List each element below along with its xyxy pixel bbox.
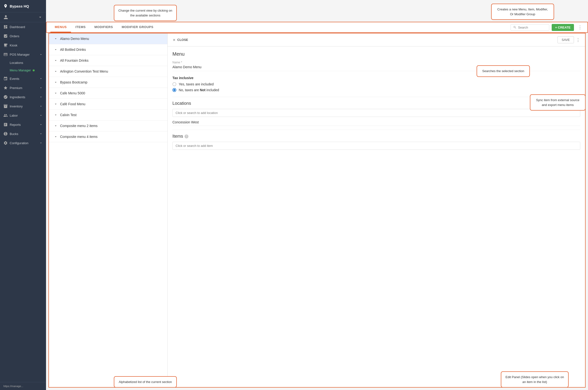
menu-item-6-label: Cafe Menu 5000 [60,91,85,95]
chevron-down-10-icon [54,135,58,139]
tab-modifier-groups[interactable]: MODIFIER GROUPS [117,22,158,32]
menu-item-3[interactable]: All Fountain Drinks [49,55,167,66]
premium-label: Premium [10,86,37,90]
menu-item-6[interactable]: Cafe Menu 5000 [49,88,167,99]
menu-item-2[interactable]: All Bottled Drinks [49,44,167,55]
inventory-icon [3,104,8,108]
premium-icon [3,86,8,90]
tab-menus-label: MENUS [55,25,67,29]
tab-modifier-groups-label: MODIFIER GROUPS [121,25,153,29]
toolbar-more-button[interactable]: ⋮ [576,24,584,31]
radio-no[interactable]: No, taxes are Not included [173,88,580,92]
sidebar-item-labor[interactable]: Labor [0,111,46,120]
tab-modifiers[interactable]: MODIFIERS [90,22,118,32]
radio-yes[interactable]: Yes, taxes are included [173,82,580,86]
locations-title: Locations [173,101,580,106]
menu-item-5[interactable]: Bypass Bootcamp [49,77,167,88]
menu-item-3-label: All Fountain Drinks [60,58,89,62]
sidebar-item-reports[interactable]: Reports [0,120,46,129]
items-help-icon: ? [184,135,188,138]
sidebar-item-bucks[interactable]: Bucks [0,129,46,138]
menu-manager-sub-label: Menu Manager [10,68,31,72]
pos-icon [3,52,8,57]
chevron-down-9-icon [54,124,58,128]
search-box[interactable] [511,24,549,31]
user-icon [3,15,8,20]
tab-items-label: ITEMS [75,25,85,29]
orders-icon [3,34,8,38]
save-button[interactable]: SAVE [557,36,574,43]
location-pin-icon [3,4,8,8]
close-label: CLOSE [177,38,188,42]
callout-sections-text: Change the current view by clicking on t… [118,9,173,17]
ingredients-chevron-icon [39,95,43,99]
main-content: Change the current view by clicking on t… [46,0,588,390]
user-section[interactable] [0,12,46,22]
menu-item-4-label: Arlington Convention Test Menu [60,69,108,73]
sidebar-item-events[interactable]: Events [0,74,46,83]
radio-no-circle [173,88,176,92]
sidebar-item-orders[interactable]: Orders [0,31,46,41]
bucks-label: Bucks [10,132,37,136]
sidebar-item-configuration[interactable]: Configuration [0,138,46,147]
menu-item-1[interactable]: Alamo Demo Menu [49,33,167,44]
chevron-up-icon [39,53,43,56]
items-input[interactable] [173,142,580,150]
footer-url: https://manage... [0,382,46,390]
tax-label: Tax inclusive [173,76,580,80]
sidebar-item-inventory[interactable]: Inventory [0,102,46,111]
menu-item-9[interactable]: Composite menu 2 items [49,120,167,131]
menu-item-4[interactable]: Arlington Convention Test Menu [49,66,167,77]
radio-yes-circle [173,82,176,86]
menu-item-9-label: Composite menu 2 items [60,124,98,128]
edit-panel: CLOSE SAVE ⋮ Menu Name * Alamo Demo Menu… [168,33,585,387]
close-button[interactable]: CLOSE [173,38,188,42]
chevron-down-5-icon [54,80,58,84]
sidebar-item-ingredients[interactable]: Ingredients [0,93,46,102]
create-button[interactable]: + CREATE [552,24,574,31]
sidebar-item-kiosk[interactable]: Kiosk [0,41,46,50]
callout-sections: Change the current view by clicking on t… [114,5,177,21]
sidebar-item-dashboard[interactable]: Dashboard [0,22,46,31]
edit-more-button[interactable]: ⋮ [576,37,580,43]
menu-item-1-label: Alamo Demo Menu [60,37,89,41]
dashboard-label: Dashboard [10,25,43,29]
menu-item-10[interactable]: Composite menu 4 items [49,131,167,142]
tab-items[interactable]: ITEMS [71,22,90,32]
items-title: Items ? [173,134,580,139]
menu-item-8-label: Calvin Test [60,113,76,117]
labor-icon [3,113,8,118]
edit-title: Menu [173,51,580,57]
sidebar: Bypass HQ Dashboard Orders Kiosk POS Man… [0,0,46,390]
sidebar-sub-locations[interactable]: Locations [0,59,46,66]
brand-label: Bypass HQ [10,4,29,8]
search-input[interactable] [518,26,542,29]
inventory-label: Inventory [10,104,37,108]
location-input[interactable] [173,109,580,117]
sidebar-item-premium[interactable]: Premium [0,83,46,93]
kiosk-icon [3,43,8,48]
tab-menus[interactable]: MENUS [50,22,71,32]
chevron-down-8-icon [54,113,58,117]
ingredients-label: Ingredients [10,95,37,99]
save-label: SAVE [562,38,570,42]
divider-1 [173,97,580,97]
name-value: Alamo Demo Menu [173,65,580,71]
menu-item-8[interactable]: Calvin Test [49,110,167,120]
search-icon [513,26,517,29]
menu-item-10-label: Composite menu 4 items [60,135,98,139]
callout-create: Creates a new Menu, Item, Modifier, Or M… [491,4,554,20]
chevron-down-2-icon [54,48,58,51]
radio-yes-label: Yes, taxes are included [179,82,214,86]
sidebar-sub-menu-manager[interactable]: Menu Manager [0,66,46,74]
menu-item-7[interactable]: Café Food Menu [49,99,167,110]
menu-item-7-label: Café Food Menu [60,102,85,106]
kiosk-label: Kiosk [10,44,43,47]
edit-panel-header: CLOSE SAVE ⋮ [168,33,585,47]
chevron-down-7-icon [54,102,58,106]
sidebar-item-pos-manager[interactable]: POS Manager [0,50,46,59]
chevron-down-6-icon [54,91,58,95]
config-chevron-icon [39,141,43,145]
divider-2 [173,130,580,130]
toolbar-right: + CREATE ⋮ [511,24,584,31]
